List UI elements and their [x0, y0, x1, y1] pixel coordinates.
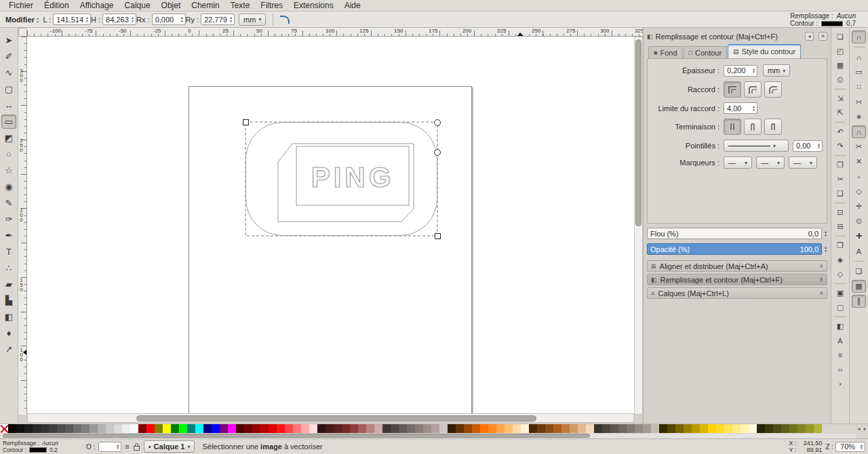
- snap-rotation-center-toggle[interactable]: ✚: [852, 230, 866, 243]
- clone-button[interactable]: ◈: [833, 253, 848, 266]
- palette-swatch[interactable]: [212, 424, 220, 433]
- palette-swatch[interactable]: [195, 424, 203, 433]
- palette-swatch[interactable]: [293, 424, 301, 433]
- palette-swatch[interactable]: [667, 424, 675, 433]
- stroke-color-swatch[interactable]: [821, 21, 843, 26]
- palette-swatch[interactable]: [724, 424, 732, 433]
- snap-smooth-nodes-toggle[interactable]: ◇: [852, 185, 866, 198]
- palette-swatch[interactable]: [505, 424, 513, 433]
- text-tool[interactable]: T: [1, 245, 16, 259]
- l-input[interactable]: 141,514▲▼: [53, 14, 91, 25]
- dash-offset-input[interactable]: 0,00 ▲▼: [793, 140, 823, 152]
- tab-fond[interactable]: ■Fond: [648, 46, 683, 58]
- palette-swatch[interactable]: [399, 424, 407, 433]
- ungroup-button[interactable]: ▢: [833, 301, 848, 314]
- spinner-arrows-icon[interactable]: ▲▼: [116, 444, 119, 450]
- palette-swatch[interactable]: [618, 424, 627, 433]
- tab-contour[interactable]: □Contour: [684, 46, 728, 58]
- palette-swatch[interactable]: [627, 424, 635, 433]
- palette-swatch[interactable]: [252, 424, 260, 433]
- join-round-button[interactable]: [744, 81, 762, 98]
- dock-close-button[interactable]: ✕: [818, 32, 827, 41]
- ellipse-tool[interactable]: ○: [1, 147, 16, 161]
- spinner-arrows-icon[interactable]: ▲▼: [752, 68, 755, 74]
- menu-calque[interactable]: Calque: [120, 0, 155, 11]
- connector-tool[interactable]: ↗: [1, 342, 16, 356]
- menu-édition[interactable]: Édition: [39, 0, 74, 11]
- marker-select-1[interactable]: —▾: [724, 157, 752, 169]
- palette-scrollbar[interactable]: [0, 434, 856, 438]
- palette-swatch[interactable]: [269, 424, 277, 433]
- horizontal-scrollbar[interactable]: [27, 413, 634, 423]
- spray-tool[interactable]: ∴: [1, 261, 16, 275]
- palette-swatch[interactable]: [73, 424, 81, 433]
- palette-swatch[interactable]: [651, 424, 659, 433]
- eraser-tool[interactable]: ▰: [1, 277, 16, 291]
- palette-swatch[interactable]: [456, 424, 464, 433]
- palette-swatch[interactable]: [635, 424, 643, 433]
- tab-style-du-contour[interactable]: ▤Style du contour: [728, 44, 801, 58]
- dockbar-calques[interactable]: ≡Calques (Maj+Ctrl+L)∧: [647, 287, 827, 299]
- zoom-selection-button[interactable]: ⊡: [833, 206, 848, 219]
- palette-swatch[interactable]: [106, 424, 114, 433]
- resize-handle-top-left[interactable]: [243, 120, 249, 125]
- palette-swatch[interactable]: [439, 424, 448, 433]
- palette-swatch[interactable]: [692, 424, 700, 433]
- palette-swatch[interactable]: [602, 424, 610, 433]
- palette-swatch[interactable]: [749, 424, 757, 433]
- palette-swatch[interactable]: [594, 424, 602, 433]
- palette-swatch[interactable]: [41, 424, 49, 433]
- palette-swatch[interactable]: [285, 424, 293, 433]
- palette-swatch[interactable]: [98, 424, 106, 433]
- ping-text[interactable]: PING: [311, 161, 395, 193]
- palette-swatch[interactable]: [326, 424, 334, 433]
- menu-fichier[interactable]: Fichier: [4, 0, 38, 11]
- zoom-drawing-button[interactable]: ⊟: [833, 220, 848, 233]
- snap-bbox-centers-toggle[interactable]: ∗: [852, 110, 866, 123]
- undo-button[interactable]: ↶: [833, 125, 848, 138]
- palette-swatch[interactable]: [716, 424, 724, 433]
- open-document-button[interactable]: ◰: [833, 45, 848, 58]
- palette-swatch[interactable]: [773, 424, 781, 433]
- opacity-slider[interactable]: Opacité (%) 100,0: [647, 243, 822, 255]
- palette-swatch[interactable]: [553, 424, 561, 433]
- palette-swatch[interactable]: [81, 424, 90, 433]
- palette-swatch[interactable]: [163, 424, 171, 433]
- box3d-tool[interactable]: ◩: [1, 131, 16, 145]
- palette-swatch[interactable]: [203, 424, 212, 433]
- menu-extensions[interactable]: Extensions: [289, 0, 338, 11]
- join-bevel-button[interactable]: [764, 81, 782, 98]
- palette-swatch[interactable]: [138, 424, 146, 433]
- dockbar-remplissage[interactable]: ◧Remplissage et contour (Maj+Ctrl+F)∧: [647, 274, 827, 285]
- palette-swatch[interactable]: [765, 424, 773, 433]
- resize-handle-bottom-right[interactable]: [435, 234, 441, 239]
- vertical-scrollbar-thumb[interactable]: [635, 39, 642, 226]
- palette-swatch[interactable]: [260, 424, 269, 433]
- snap-nodes-toggle[interactable]: ∩: [852, 125, 866, 138]
- palette-none-swatch[interactable]: [0, 424, 8, 433]
- palette-swatch[interactable]: [757, 424, 765, 433]
- rx-input[interactable]: 0,000▲▼: [152, 14, 186, 25]
- palette-swatch[interactable]: [431, 424, 439, 433]
- spinner-arrows-icon[interactable]: ▲▼: [229, 16, 233, 22]
- palette-swatch[interactable]: [301, 424, 309, 433]
- palette-swatch[interactable]: [643, 424, 651, 433]
- pen-tool[interactable]: ✑: [1, 212, 16, 226]
- snap-bbox-edges-toggle[interactable]: ▭: [852, 66, 866, 79]
- spinner-arrows-icon[interactable]: ▲▼: [131, 16, 134, 22]
- palette-swatch[interactable]: [358, 424, 366, 433]
- zoom-tool[interactable]: ▢: [1, 82, 16, 96]
- marker-select-2[interactable]: —▾: [756, 157, 785, 169]
- paste-button[interactable]: ❑: [833, 187, 848, 200]
- spinner-arrows-icon[interactable]: ▲▼: [824, 246, 827, 252]
- palette-swatch[interactable]: [57, 424, 65, 433]
- opacity-menu-icon[interactable]: ≡: [125, 442, 129, 451]
- vertical-scrollbar[interactable]: [634, 37, 643, 415]
- palette-swatch[interactable]: [675, 424, 684, 433]
- palette-swatch[interactable]: [65, 424, 73, 433]
- palette-swatch[interactable]: [114, 424, 122, 433]
- spinner-arrows-icon[interactable]: ▲▼: [824, 230, 827, 236]
- palette-swatch[interactable]: [684, 424, 692, 433]
- tweak-tool[interactable]: ∿: [1, 66, 16, 80]
- palette-swatch[interactable]: [513, 424, 521, 433]
